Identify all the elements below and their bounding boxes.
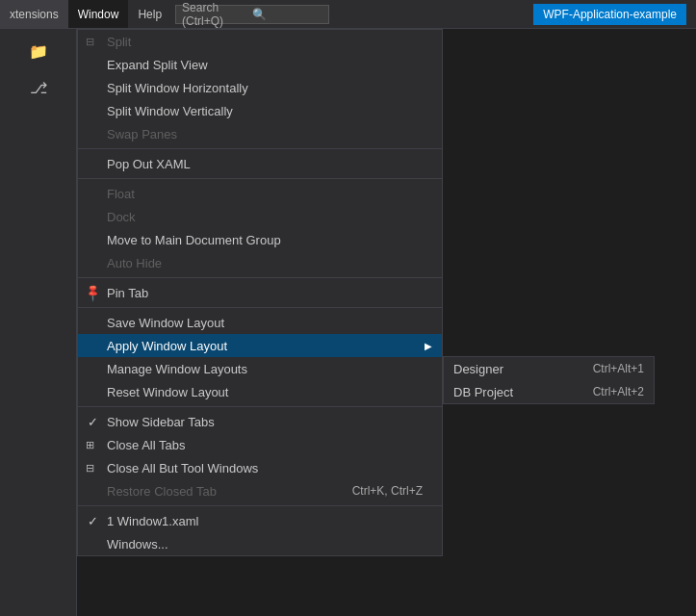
menu-item-auto-hide[interactable]: Auto Hide <box>78 251 442 274</box>
separator-1 <box>78 148 442 149</box>
menu-item-show-sidebar-tabs[interactable]: ✓ Show Sidebar Tabs <box>78 410 442 433</box>
menu-item-pop-out-xaml[interactable]: Pop Out XAML <box>78 152 442 175</box>
apply-layout-submenu: Designer Ctrl+Alt+1 DB Project Ctrl+Alt+… <box>443 356 655 404</box>
folder-icon[interactable]: 📁 <box>21 35 56 67</box>
menu-tab-window[interactable]: Window <box>68 0 129 28</box>
menu-item-save-layout[interactable]: Save Window Layout <box>78 311 442 334</box>
menu-item-close-all-but-tool[interactable]: ⊟ Close All But Tool Windows <box>78 456 442 479</box>
window-menu: ⊟ Split Expand Split View Split Window H… <box>77 29 443 556</box>
close-all-tabs-icon: ⊞ <box>86 439 94 451</box>
search-icon: 🔍 <box>252 8 322 21</box>
menu-item-window1-xaml[interactable]: ✓ 1 Window1.xaml <box>78 509 442 532</box>
menu-item-split[interactable]: ⊟ Split <box>78 30 442 53</box>
menu-item-swap-panes[interactable]: Swap Panes <box>78 122 442 145</box>
check-icon: ✓ <box>88 415 98 429</box>
menu-item-expand-split-view[interactable]: Expand Split View <box>78 53 442 76</box>
menu-tab-extensions[interactable]: xtensions <box>0 0 68 28</box>
menu-item-reset-layout[interactable]: Reset Window Layout <box>78 380 442 403</box>
menu-item-dock[interactable]: Dock <box>78 205 442 228</box>
submenu-item-designer[interactable]: Designer Ctrl+Alt+1 <box>444 357 654 380</box>
submenu-arrow-icon: ▶ <box>425 341 432 351</box>
git-icon[interactable]: ⎇ <box>21 71 56 104</box>
menu-item-float[interactable]: Float <box>78 182 442 205</box>
project-title: WPF-Application-example <box>533 4 686 25</box>
sidebar: 📁 ⎇ <box>0 29 77 616</box>
menu-item-apply-layout[interactable]: Apply Window Layout ▶ <box>78 334 442 357</box>
restore-closed-tab-shortcut: Ctrl+K, Ctrl+Z <box>352 484 423 498</box>
top-bar: xtensions Window Help Search (Ctrl+Q) 🔍 … <box>0 0 696 29</box>
menu-item-move-to-main[interactable]: Move to Main Document Group <box>78 228 442 251</box>
menu-item-pin-tab[interactable]: 📌 Pin Tab <box>78 281 442 304</box>
menu-item-windows[interactable]: Windows... <box>78 532 442 555</box>
menu-tabs: xtensions Window Help Search (Ctrl+Q) 🔍 <box>0 0 329 28</box>
pin-icon: 📌 <box>83 283 103 303</box>
check-icon-2: ✓ <box>88 514 98 528</box>
menu-tab-help[interactable]: Help <box>128 0 171 28</box>
search-bar[interactable]: Search (Ctrl+Q) 🔍 <box>175 5 329 24</box>
submenu-item-db-project[interactable]: DB Project Ctrl+Alt+2 <box>444 380 654 403</box>
separator-3 <box>78 277 442 278</box>
menu-item-manage-layout[interactable]: Manage Window Layouts <box>78 357 442 380</box>
separator-6 <box>78 505 442 506</box>
menu-item-split-horizontally[interactable]: Split Window Horizontally <box>78 76 442 99</box>
menu-item-restore-closed-tab[interactable]: Restore Closed Tab Ctrl+K, Ctrl+Z <box>78 479 442 502</box>
split-icon: ⊟ <box>86 36 94 48</box>
separator-5 <box>78 406 442 407</box>
menu-item-close-all-tabs[interactable]: ⊞ Close All Tabs <box>78 433 442 456</box>
separator-4 <box>78 307 442 308</box>
separator-2 <box>78 178 442 179</box>
menu-item-split-vertically[interactable]: Split Window Vertically <box>78 99 442 122</box>
close-all-but-tool-icon: ⊟ <box>86 462 94 475</box>
